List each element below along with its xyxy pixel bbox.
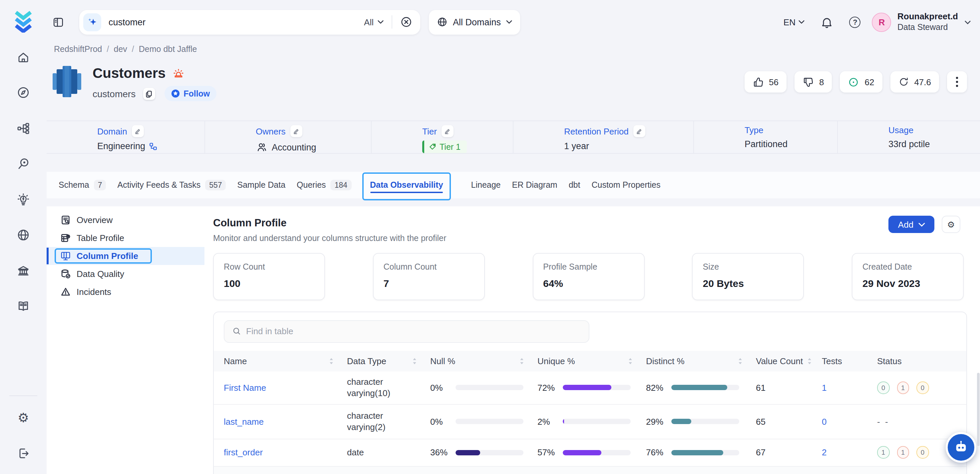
tab-lineage[interactable]: Lineage bbox=[471, 172, 501, 199]
avatar[interactable]: R bbox=[872, 12, 891, 32]
follow-button[interactable]: Follow bbox=[164, 86, 216, 101]
sort-icon[interactable] bbox=[412, 358, 417, 365]
sort-icon[interactable] bbox=[329, 358, 334, 365]
search-icon bbox=[232, 327, 241, 336]
alert-siren-icon[interactable] bbox=[172, 68, 184, 80]
subnav-item-incidents[interactable]: Incidents bbox=[47, 283, 204, 301]
global-search-bar[interactable]: customer All bbox=[79, 10, 420, 34]
meta-tier: Tier Tier 1 bbox=[372, 121, 514, 153]
profile-settings-button[interactable]: ⚙ bbox=[942, 216, 960, 233]
users-icon bbox=[256, 141, 268, 153]
column-link[interactable]: First Name bbox=[224, 383, 266, 393]
more-options-button[interactable] bbox=[947, 71, 967, 92]
table-row[interactable]: last_name character varying(2) 0% 2% 29%… bbox=[214, 404, 966, 439]
tab-count-badge: 7 bbox=[94, 180, 106, 190]
find-in-table-input[interactable]: Find in table bbox=[223, 320, 589, 342]
tab-queries[interactable]: Queries184 bbox=[297, 172, 351, 199]
subnav-item-column-profile[interactable]: Column Profile bbox=[47, 247, 204, 265]
app-logo-icon[interactable] bbox=[14, 9, 33, 34]
home-icon[interactable] bbox=[5, 39, 41, 75]
table-header-row: Name Data Type Null % Unique % Distinct … bbox=[214, 351, 966, 371]
stat-value: 29 Nov 2023 bbox=[862, 278, 953, 289]
globe-icon[interactable] bbox=[5, 217, 41, 253]
glossary-book-icon[interactable] bbox=[5, 289, 41, 324]
notifications-bell-icon[interactable] bbox=[821, 16, 834, 28]
subnav-item-overview[interactable]: Overview bbox=[47, 211, 204, 229]
tab-count-badge: 184 bbox=[331, 180, 351, 190]
sort-icon[interactable] bbox=[628, 358, 633, 365]
tab-er-diagram[interactable]: ER Diagram bbox=[512, 172, 557, 199]
edit-icon[interactable] bbox=[442, 125, 453, 137]
language-dropdown[interactable]: EN bbox=[784, 17, 805, 27]
tab-activity-feeds[interactable]: Activity Feeds & Tasks557 bbox=[118, 172, 226, 199]
header-distinct-pct[interactable]: Distinct % bbox=[646, 356, 756, 366]
subnav-item-table-profile[interactable]: Table Profile bbox=[47, 229, 204, 247]
column-link[interactable]: last_name bbox=[224, 417, 264, 426]
tab-sample-data[interactable]: Sample Data bbox=[237, 172, 286, 199]
search-scope-dropdown[interactable]: All bbox=[364, 17, 383, 27]
refresh-metric-button[interactable]: 47.6 bbox=[890, 71, 939, 92]
chevron-down-icon[interactable] bbox=[964, 20, 970, 24]
globe-icon bbox=[437, 17, 447, 27]
tab-dbt[interactable]: dbt bbox=[569, 172, 581, 199]
discover-compass-icon[interactable] bbox=[5, 75, 41, 110]
settings-gear-icon[interactable]: ⚙ bbox=[5, 400, 41, 436]
chatbot-button[interactable] bbox=[946, 432, 976, 463]
edit-icon[interactable] bbox=[132, 125, 144, 137]
add-button[interactable]: Add bbox=[888, 216, 934, 233]
stat-card-size: Size 20 Bytes bbox=[692, 253, 804, 300]
tests-link[interactable]: 1 bbox=[822, 383, 826, 393]
tier-badge[interactable]: Tier 1 bbox=[422, 140, 466, 153]
table-row[interactable]: First Name character varying(10) 0% 72% … bbox=[214, 371, 966, 404]
tab-data-observability[interactable]: Data Observability bbox=[370, 172, 443, 199]
breadcrumb-item[interactable]: RedshiftProd bbox=[54, 45, 102, 54]
status-warning-badge: 0 bbox=[916, 446, 929, 459]
header-null-pct[interactable]: Null % bbox=[430, 356, 538, 366]
header-data-type[interactable]: Data Type bbox=[347, 355, 430, 367]
sort-icon[interactable] bbox=[519, 358, 524, 365]
header-unique-pct[interactable]: Unique % bbox=[538, 356, 646, 366]
tab-custom-properties[interactable]: Custom Properties bbox=[592, 172, 660, 199]
scrollbar-thumb[interactable] bbox=[977, 373, 979, 446]
header-tests[interactable]: Tests bbox=[822, 356, 877, 366]
meta-type: Type Partitioned bbox=[694, 121, 838, 153]
header-status[interactable]: Status bbox=[877, 356, 966, 366]
breadcrumb-item[interactable]: Demo dbt Jaffle bbox=[139, 45, 197, 54]
insights-search-icon[interactable] bbox=[5, 146, 41, 182]
help-icon[interactable]: ? bbox=[850, 16, 861, 28]
tag-icon bbox=[429, 143, 436, 151]
tests-link[interactable]: 0 bbox=[822, 417, 826, 426]
sort-icon[interactable] bbox=[807, 358, 811, 365]
edit-icon[interactable] bbox=[290, 125, 302, 137]
sort-icon[interactable] bbox=[738, 358, 743, 365]
subnav-item-data-quality[interactable]: Data Quality bbox=[47, 265, 204, 283]
ideas-bulb-icon[interactable] bbox=[5, 182, 41, 217]
logout-icon[interactable] bbox=[5, 436, 41, 471]
meta-value[interactable]: Engineering bbox=[97, 141, 145, 151]
search-input[interactable]: customer bbox=[108, 17, 146, 27]
table-row[interactable]: first_order date 36% 57% 76% 67 2 1 1 0 bbox=[214, 439, 966, 466]
meta-value[interactable]: Accounting bbox=[272, 142, 317, 152]
tab-schema[interactable]: Schema7 bbox=[59, 172, 106, 199]
breadcrumb-item[interactable]: dev bbox=[114, 45, 127, 54]
marketplace-bank-icon[interactable] bbox=[5, 253, 41, 289]
ai-sparkle-icon[interactable] bbox=[83, 13, 101, 31]
usage-metric-button[interactable]: 62 bbox=[840, 71, 882, 92]
header-value-count[interactable]: Value Count bbox=[756, 356, 822, 366]
downvote-button[interactable]: 8 bbox=[794, 71, 832, 92]
status-failed-badge: 1 bbox=[897, 446, 909, 459]
tests-link[interactable]: 2 bbox=[822, 447, 826, 457]
copy-icon[interactable] bbox=[143, 87, 155, 100]
column-link[interactable]: first_order bbox=[224, 447, 263, 457]
stat-value: 100 bbox=[224, 278, 314, 289]
sidebar-toggle-icon[interactable] bbox=[52, 16, 64, 28]
workflow-icon[interactable] bbox=[5, 110, 41, 146]
active-focus-ring bbox=[54, 248, 151, 263]
all-domains-dropdown[interactable]: All Domains bbox=[429, 10, 520, 34]
clear-search-icon[interactable] bbox=[400, 16, 412, 28]
user-info[interactable]: Rounakpreet.d Data Steward bbox=[897, 12, 958, 32]
upvote-button[interactable]: 56 bbox=[744, 71, 786, 92]
edit-icon[interactable] bbox=[633, 125, 645, 137]
header-name[interactable]: Name bbox=[214, 356, 347, 366]
thumbs-down-icon bbox=[802, 76, 814, 87]
